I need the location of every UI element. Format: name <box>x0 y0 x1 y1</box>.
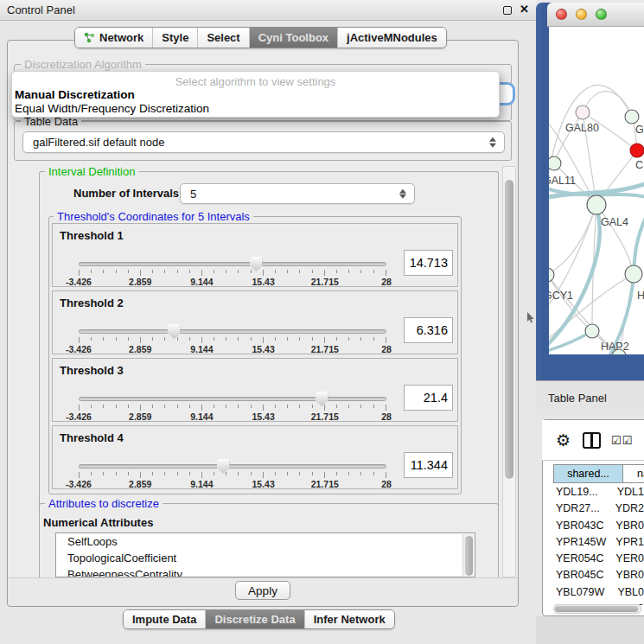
panel-scrollbar[interactable] <box>502 166 516 577</box>
scale-label: 15.43 <box>252 411 274 422</box>
tab-label: Style <box>162 31 188 44</box>
node-right[interactable] <box>625 265 642 283</box>
table-row[interactable]: YBL079WYBL0 <box>553 584 644 601</box>
gear-icon[interactable]: ⚙ <box>556 430 571 450</box>
threshold-value-field[interactable]: 14.713 <box>404 250 453 276</box>
scale-label: 28 <box>381 411 392 422</box>
tick-mark <box>164 405 165 408</box>
tab-label: Impute Data <box>132 613 196 626</box>
slider-ticks <box>79 472 386 478</box>
tab-label: jActiveMNodules <box>347 31 437 44</box>
list-item[interactable]: SelfLoops <box>56 533 475 550</box>
slider-track[interactable] <box>79 464 386 469</box>
tab-style[interactable]: Style <box>153 28 198 48</box>
scale-label: 15.43 <box>252 277 274 287</box>
tab-cyni-toolbox[interactable]: Cyni Toolbox <box>250 28 338 48</box>
table-row[interactable]: YBR045CYBR0 <box>553 567 644 583</box>
node-gal4[interactable] <box>587 195 606 214</box>
tick-mark <box>312 472 313 475</box>
tick-mark <box>103 405 104 408</box>
column-header-name[interactable]: na <box>622 464 644 483</box>
tick-mark <box>189 337 190 341</box>
tick-mark <box>287 270 288 273</box>
tick-mark <box>336 337 337 341</box>
float-window-icon[interactable] <box>503 6 512 15</box>
node-label-gcy1: GCY1 <box>549 290 573 302</box>
list-item[interactable]: BetweennessCentrality <box>56 566 475 577</box>
network-canvas[interactable]: GAL80 G GAL11 C GAL4 GCY1 H HAP2 <box>549 27 644 354</box>
tick-mark <box>91 472 92 475</box>
popup-item-equal-width-frequency[interactable]: Equal Width/Frequency Discretization <box>14 102 497 115</box>
slider-track[interactable] <box>79 329 386 334</box>
column-header-shared[interactable]: shared... <box>553 464 623 483</box>
tab-infer-network[interactable]: Infer Network <box>305 610 394 628</box>
tick-mark <box>214 337 214 341</box>
threshold-slider[interactable]: -3.4262.8599.14415.4321.71528 <box>79 326 386 355</box>
numerical-attributes-list[interactable]: SelfLoops TopologicalCoefficient Between… <box>55 532 475 577</box>
scale-label: -3.426 <box>66 344 92 354</box>
threshold-value-field[interactable]: 11.344 <box>404 452 453 478</box>
apply-button[interactable]: Apply <box>235 581 290 600</box>
close-traffic-light-icon[interactable] <box>556 9 567 20</box>
table-row[interactable]: YER054CYER0 <box>553 551 644 567</box>
slider-track[interactable] <box>79 397 386 401</box>
tick-mark <box>348 270 349 273</box>
list-scrollbar[interactable] <box>462 534 474 576</box>
close-icon[interactable]: ✕ <box>520 3 529 16</box>
scale-label: 9.144 <box>190 479 213 489</box>
table-data-value: galFiltered.sif default node <box>23 136 164 149</box>
table-row[interactable]: YDL19...YDL1 <box>553 484 644 501</box>
minimize-traffic-light-icon[interactable] <box>576 9 587 20</box>
table-row[interactable]: YDR27...YDR2 <box>553 501 644 517</box>
table-hscrollbar[interactable] <box>553 604 641 614</box>
tab-network[interactable]: Network <box>75 28 153 48</box>
tick-mark <box>373 270 374 273</box>
combo-spinner-icon <box>489 136 496 149</box>
slider-track[interactable] <box>79 262 386 266</box>
node-label-hap2: HAP2 <box>601 341 629 353</box>
list-item[interactable]: TopologicalCoefficient <box>56 550 475 566</box>
tick-mark <box>275 270 276 273</box>
table-panel-title: Table Panel <box>536 392 607 405</box>
table-hscrollbar-thumb[interactable] <box>555 606 638 612</box>
scale-label: 2.859 <box>129 277 151 287</box>
node-label-gal80: GAL80 <box>565 122 599 134</box>
tab-discretize-data[interactable]: Discretize Data <box>206 610 304 628</box>
tab-select[interactable]: Select <box>198 28 249 48</box>
tick-mark <box>263 337 264 343</box>
tab-impute-data[interactable]: Impute Data <box>124 610 206 628</box>
threshold-slider[interactable]: -3.4262.8599.14415.4321.71528 <box>79 461 386 490</box>
node-top-right[interactable] <box>625 110 639 124</box>
threshold-slider[interactable]: -3.4262.8599.14415.4321.71528 <box>79 393 386 423</box>
tab-jactivemnodules[interactable]: jActiveMNodules <box>338 28 446 48</box>
tick-mark <box>360 270 361 273</box>
table-row[interactable]: YPR145WYPR1 <box>553 534 644 551</box>
threshold-value-field[interactable]: 6.316 <box>404 317 453 343</box>
algorithm-popup: Select algorithm to view settings Manual… <box>11 71 500 118</box>
tick-mark <box>164 337 165 341</box>
node-red-selected[interactable] <box>630 143 644 157</box>
tick-mark <box>116 472 117 475</box>
popup-item-manual-discretization[interactable]: Manual Discretization <box>14 88 497 101</box>
node-label-gal11: GAL11 <box>549 175 576 187</box>
list-scrollbar-thumb[interactable] <box>465 536 473 576</box>
node-left[interactable] <box>549 156 561 170</box>
panel-scrollbar-thumb[interactable] <box>505 180 513 479</box>
number-of-intervals-combobox[interactable]: 5 <box>180 183 415 204</box>
tick-mark <box>103 270 104 273</box>
tick-mark <box>189 270 190 273</box>
node-gal80[interactable] <box>576 105 590 119</box>
tick-mark <box>226 405 226 408</box>
columns-icon[interactable] <box>583 432 601 449</box>
threshold-value-field[interactable]: 21.4 <box>404 385 453 411</box>
node-gcy1[interactable] <box>549 268 554 282</box>
table-row[interactable]: YBR043CYBR0 <box>553 518 644 534</box>
table-data-combobox[interactable]: galFiltered.sif default node <box>22 131 505 153</box>
zoom-traffic-light-icon[interactable] <box>596 9 607 20</box>
threshold-slider[interactable]: -3.4262.8599.14415.4321.71528 <box>79 258 386 288</box>
tick-mark <box>152 337 153 341</box>
node-hap2[interactable] <box>585 324 599 338</box>
tick-mark <box>251 270 252 273</box>
checkbox-icons[interactable]: ☑☑ <box>611 434 633 447</box>
tick-mark <box>312 405 313 408</box>
